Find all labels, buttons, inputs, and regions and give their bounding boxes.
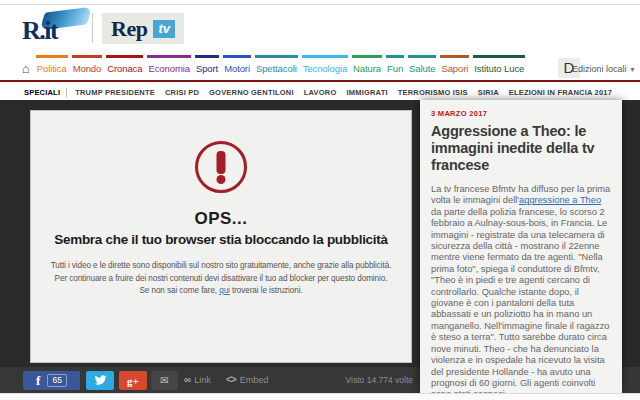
adblock-line3: Se non sai come fare, qui troverai le is… (31, 285, 411, 298)
nav-item-motori[interactable]: Motori (223, 55, 251, 80)
topic-siria[interactable]: SIRIA (478, 88, 499, 97)
nav-item-salute[interactable]: Salute (408, 55, 436, 80)
site-header: R.it Rep tv (0, 0, 640, 55)
reptv-logo[interactable]: Rep tv (102, 13, 184, 44)
warning-icon (195, 141, 247, 193)
copy-link-label: Link (194, 375, 211, 385)
nav-item-sport[interactable]: Sport (195, 55, 219, 80)
repubblica-logo[interactable]: R.it (22, 9, 88, 49)
instructions-link[interactable]: qui (219, 286, 230, 295)
view-count: Visto 14.774 volte (318, 375, 413, 385)
nav-item-mondo[interactable]: Mondo (72, 55, 103, 80)
nav-item-politica[interactable]: Politica (36, 55, 68, 80)
nav-item-fun[interactable]: Fun (386, 55, 404, 80)
article-date: 3 MARZO 2017 (431, 109, 611, 118)
header-divider (0, 4, 640, 5)
chevron-down-icon: ▼ (629, 66, 636, 73)
adblock-subtitle: Sembra che il tuo browser stia bloccando… (31, 232, 411, 247)
topic-governo-gentiloni[interactable]: GOVERNO GENTILONI (209, 88, 294, 97)
nav-item-economia[interactable]: Economia (147, 55, 190, 80)
local-editions-dropdown[interactable]: Edizioni locali ▼ (572, 64, 636, 74)
topic-crisi-pd[interactable]: CRISI PD (165, 88, 199, 97)
adblock-title: OPS... (31, 209, 411, 229)
topics-nav-lead: SPECIALI (24, 88, 60, 97)
article-title: Aggressione a Theo: le immagini inedite … (431, 123, 611, 174)
facebook-share-count: 65 (47, 374, 66, 387)
topic-trump-presidente[interactable]: TRUMP PRESIDENTE (75, 88, 155, 97)
nav-item-tecnologia[interactable]: Tecnologia (302, 55, 348, 80)
adblock-message: Tutti i video e le dirette sono disponib… (31, 260, 411, 298)
twitter-icon (94, 375, 107, 386)
topics-nav-items: TRUMP PRESIDENTECRISI PDGOVERNO GENTILON… (75, 88, 622, 97)
embed-button[interactable]: <> Embed (226, 374, 268, 385)
nav-item-spettacoli[interactable]: Spettacoli (255, 55, 298, 80)
article-inline-link[interactable]: aggressione a Theo (519, 195, 601, 205)
facebook-icon: f (36, 373, 40, 389)
link-icon: ∞ (184, 374, 190, 385)
copy-link-button[interactable]: ∞ Link (184, 374, 211, 385)
topic-elezioni-in-francia-2017[interactable]: ELEZIONI IN FRANCIA 2017 (509, 88, 612, 97)
nav-item-istituto-luce[interactable]: Istituto Luce (473, 55, 525, 80)
topic-lavoro[interactable]: LAVORO (304, 88, 337, 97)
repubblica-logo-text: R.it (22, 16, 57, 46)
googleplus-icon: g+ (127, 375, 139, 387)
topic-terrorismo-isis[interactable]: TERRORISMO ISIS (398, 88, 468, 97)
email-share-button[interactable]: ✉ (151, 371, 178, 390)
article-body: La tv francese Bfmtv ha diffuso per la p… (431, 184, 611, 393)
adblock-line2: Per continuare a fruire dei nostri conte… (31, 273, 411, 286)
embed-label: Embed (240, 375, 269, 385)
local-editions-label: Edizioni locali (572, 64, 627, 74)
primary-nav-items: PoliticaMondoCronacaEconomiaSportMotoriS… (34, 55, 527, 80)
adblock-line1: Tutti i video e le dirette sono disponib… (31, 260, 411, 273)
nav-item-sapori[interactable]: Sapori (440, 55, 469, 80)
twitter-share-button[interactable] (86, 371, 114, 390)
logo-divider (92, 13, 93, 43)
nav-item-cronaca[interactable]: Cronaca (106, 55, 143, 80)
page-bottom-strip (0, 393, 640, 400)
article-panel: 3 MARZO 2017 Aggressione a Theo: le imma… (420, 100, 622, 393)
topics-nav-separator (66, 88, 67, 97)
adblock-warning-panel: OPS... Sembra che il tuo browser stia bl… (30, 110, 412, 363)
facebook-share-button[interactable]: f 65 (23, 371, 80, 390)
reptv-logo-tv: tv (153, 20, 175, 38)
primary-nav: ⌂ PoliticaMondoCronacaEconomiaSportMotor… (0, 55, 640, 82)
embed-icon: <> (226, 374, 236, 385)
home-icon[interactable]: ⌂ (22, 55, 30, 80)
nav-item-natura[interactable]: Natura (352, 55, 382, 80)
reptv-logo-rep: Rep (111, 16, 147, 42)
topic-immigrati[interactable]: IMMIGRATI (346, 88, 387, 97)
mail-icon: ✉ (160, 375, 168, 386)
googleplus-share-button[interactable]: g+ (119, 371, 147, 390)
topics-nav: SPECIALI TRUMP PRESIDENTECRISI PDGOVERNO… (0, 84, 640, 100)
